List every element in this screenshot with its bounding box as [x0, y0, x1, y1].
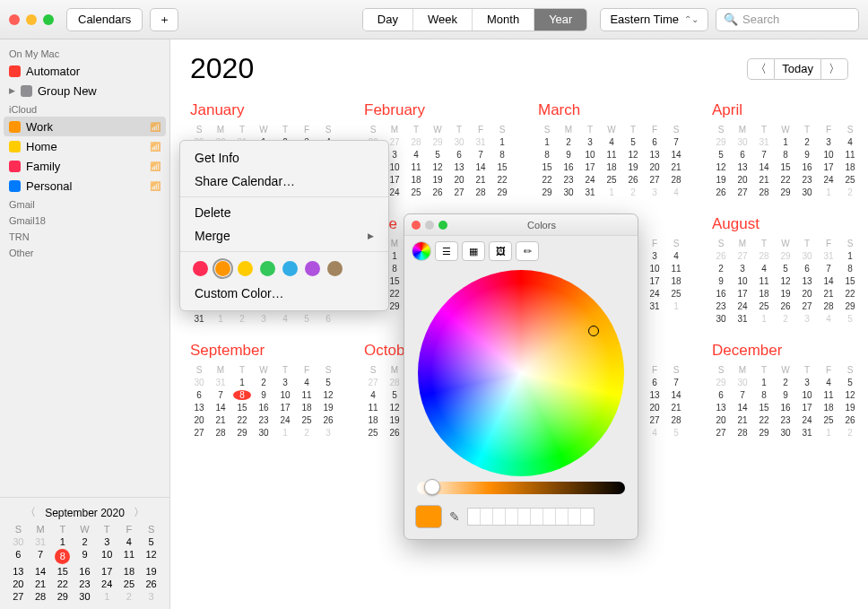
day-cell[interactable]: 27 — [712, 428, 730, 438]
color-swatch[interactable] — [327, 261, 343, 276]
mini-day[interactable]: 5 — [140, 536, 162, 547]
day-cell[interactable]: 5 — [298, 314, 316, 324]
mini-day[interactable]: 4 — [118, 536, 141, 547]
day-cell[interactable]: 24 — [581, 175, 599, 185]
day-cell[interactable]: 31 — [190, 314, 208, 324]
prev-year-button[interactable]: 〈 — [747, 58, 775, 80]
mini-day[interactable]: 29 — [51, 591, 74, 602]
day-cell[interactable]: 25 — [603, 175, 621, 185]
day-cell[interactable]: 21 — [733, 415, 751, 425]
day-cell[interactable]: 27 — [190, 428, 208, 438]
day-cell[interactable]: 4 — [820, 378, 838, 387]
day-cell[interactable]: 6 — [450, 150, 468, 160]
day-cell[interactable]: 16 — [560, 162, 577, 172]
mini-day[interactable]: 8 — [55, 549, 70, 564]
day-cell[interactable]: 4 — [407, 150, 425, 160]
day-cell[interactable]: 27 — [733, 187, 751, 197]
day-cell[interactable]: 11 — [298, 390, 316, 400]
day-cell[interactable]: 4 — [646, 428, 664, 438]
day-cell[interactable]: 25 — [841, 175, 859, 185]
sidebar-section-header[interactable]: Gmail18 — [0, 212, 169, 228]
minimize-icon[interactable] — [26, 14, 37, 25]
day-cell[interactable]: 12 — [429, 162, 447, 172]
day-cell[interactable]: 28 — [755, 187, 773, 197]
mini-day[interactable]: 26 — [140, 579, 162, 589]
day-cell[interactable]: 24 — [733, 301, 751, 311]
day-cell[interactable]: 1 — [538, 137, 556, 147]
day-cell[interactable]: 29 — [233, 428, 251, 438]
day-cell[interactable]: 13 — [733, 162, 751, 172]
day-cell[interactable]: 27 — [364, 378, 382, 387]
day-cell[interactable]: 31 — [212, 378, 230, 387]
add-button[interactable]: ＋ — [150, 8, 178, 31]
day-cell[interactable]: 15 — [493, 162, 511, 172]
day-cell[interactable]: 21 — [755, 175, 773, 185]
day-cell[interactable]: 23 — [255, 415, 273, 425]
menu-item[interactable]: Share Calendar… — [180, 170, 388, 193]
mini-day[interactable]: 18 — [118, 566, 141, 577]
day-cell[interactable]: 13 — [646, 390, 664, 400]
day-cell[interactable]: 18 — [667, 276, 685, 286]
mini-day[interactable]: 23 — [74, 579, 96, 589]
day-cell[interactable]: 4 — [755, 264, 773, 274]
day-cell[interactable]: 14 — [820, 276, 838, 286]
menu-item[interactable]: Delete — [180, 201, 388, 224]
day-cell[interactable]: 28 — [755, 251, 773, 261]
day-cell[interactable]: 11 — [667, 264, 685, 274]
day-cell[interactable]: 28 — [407, 137, 425, 147]
day-cell[interactable]: 4 — [667, 187, 685, 197]
day-cell[interactable]: 13 — [450, 162, 468, 172]
mini-day[interactable]: 1 — [51, 536, 74, 547]
brightness-slider[interactable] — [417, 482, 625, 494]
day-cell[interactable]: 22 — [755, 415, 773, 425]
mini-day[interactable]: 28 — [30, 591, 52, 602]
wheel-cursor-icon[interactable] — [588, 326, 599, 336]
day-cell[interactable]: 12 — [624, 150, 642, 160]
day-cell[interactable]: 26 — [624, 175, 642, 185]
day-cell[interactable]: 28 — [820, 301, 838, 311]
day-cell[interactable]: 23 — [560, 175, 577, 185]
day-cell[interactable]: 31 — [798, 428, 816, 438]
day-cell[interactable]: 2 — [560, 137, 577, 147]
day-cell[interactable]: 20 — [712, 415, 730, 425]
day-cell[interactable]: 22 — [233, 415, 251, 425]
color-swatch[interactable] — [215, 261, 230, 276]
day-cell[interactable]: 6 — [190, 390, 208, 400]
sidebar-section-header[interactable]: iCloud — [0, 100, 169, 117]
day-cell[interactable]: 27 — [450, 187, 468, 197]
day-cell[interactable]: 21 — [472, 175, 490, 185]
mini-prev-button[interactable]: 〈 — [25, 505, 36, 520]
calendar-item[interactable]: ▶Group New — [0, 81, 169, 100]
day-cell[interactable]: 21 — [667, 403, 685, 413]
mini-day[interactable]: 3 — [140, 591, 162, 602]
day-cell[interactable]: 25 — [407, 187, 425, 197]
day-cell[interactable]: 9 — [798, 150, 816, 160]
day-cell[interactable]: 30 — [255, 428, 273, 438]
day-cell[interactable]: 15 — [233, 403, 251, 413]
menu-item[interactable]: Merge — [180, 224, 388, 248]
sidebar-section-header[interactable]: On My Mac — [0, 45, 169, 61]
day-cell[interactable]: 6 — [646, 378, 664, 387]
day-cell[interactable]: 20 — [190, 415, 208, 425]
color-swatch[interactable] — [193, 261, 208, 276]
day-cell[interactable]: 31 — [472, 137, 490, 147]
day-cell[interactable]: 26 — [777, 301, 794, 311]
day-cell[interactable]: 4 — [841, 137, 859, 147]
day-cell[interactable]: 30 — [733, 378, 751, 387]
day-cell[interactable]: 14 — [472, 162, 490, 172]
day-cell[interactable]: 1 — [212, 314, 230, 324]
day-cell[interactable]: 29 — [777, 251, 794, 261]
day-cell[interactable]: 18 — [407, 175, 425, 185]
day-cell[interactable]: 9 — [712, 276, 730, 286]
sidebar-section-header[interactable]: Gmail — [0, 196, 169, 212]
day-cell[interactable]: 30 — [798, 251, 816, 261]
day-cell[interactable]: 6 — [712, 390, 730, 400]
day-cell[interactable]: 8 — [493, 150, 511, 160]
day-cell[interactable]: 3 — [581, 137, 599, 147]
day-cell[interactable]: 2 — [233, 314, 251, 324]
day-cell[interactable]: 12 — [841, 390, 859, 400]
day-cell[interactable]: 24 — [820, 175, 838, 185]
day-cell[interactable]: 8 — [777, 150, 794, 160]
day-cell[interactable]: 24 — [798, 415, 816, 425]
day-cell[interactable]: 7 — [667, 378, 685, 387]
